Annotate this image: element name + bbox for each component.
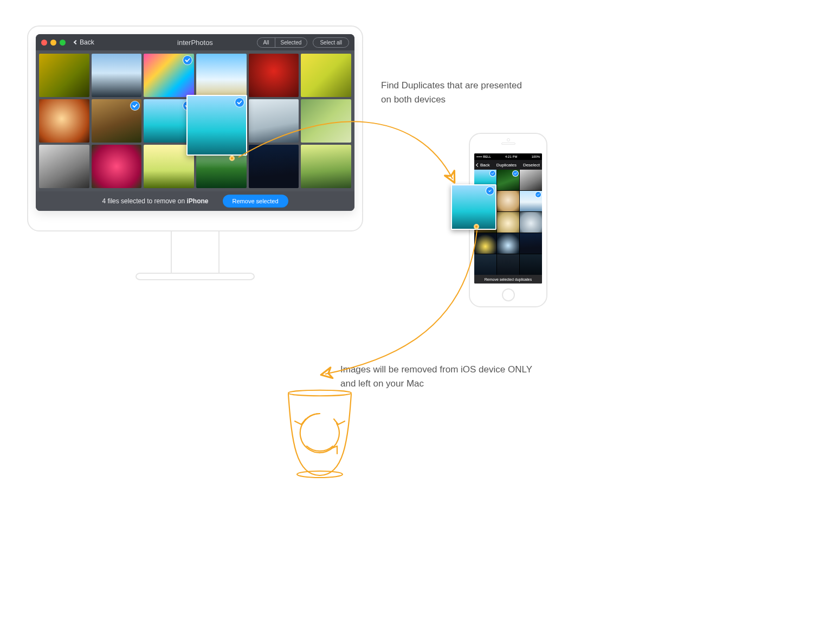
imac-screen: Back interPhotos All Selected Select all bbox=[27, 25, 363, 231]
back-label: Back bbox=[80, 38, 94, 46]
iphone-speaker-icon bbox=[501, 143, 515, 145]
remove-selected-button[interactable]: Remove selected bbox=[223, 195, 288, 208]
phone-footer-button[interactable]: Remove selected duplicates bbox=[474, 275, 542, 284]
photo-thumbnail[interactable] bbox=[249, 99, 299, 143]
photo-thumbnail[interactable] bbox=[520, 233, 542, 254]
filter-segmented[interactable]: All Selected bbox=[257, 37, 307, 48]
minimize-icon[interactable] bbox=[50, 40, 56, 46]
photo-thumbnail[interactable] bbox=[92, 54, 142, 97]
check-icon bbox=[183, 56, 192, 65]
trash-icon bbox=[282, 388, 358, 481]
photo-thumbnail[interactable] bbox=[92, 99, 142, 143]
photo-thumbnail[interactable] bbox=[144, 54, 194, 97]
zoom-icon[interactable] bbox=[60, 40, 66, 46]
window-controls bbox=[41, 40, 69, 46]
phone-highlighted-thumbnail[interactable] bbox=[451, 184, 496, 230]
photo-grid-container bbox=[36, 50, 354, 191]
footer-bar: 4 files selected to remove on iPhone Rem… bbox=[36, 191, 354, 211]
filter-all[interactable]: All bbox=[257, 38, 274, 47]
nav-back-label: Back bbox=[480, 163, 490, 168]
check-icon bbox=[486, 187, 494, 195]
check-icon bbox=[535, 192, 541, 197]
select-all-button[interactable]: Select all bbox=[313, 37, 349, 48]
svg-point-0 bbox=[297, 471, 343, 478]
check-icon bbox=[513, 171, 518, 176]
photo-thumbnail[interactable] bbox=[520, 254, 542, 275]
app-window: Back interPhotos All Selected Select all bbox=[36, 34, 354, 211]
nav-action[interactable]: Deselect bbox=[523, 163, 540, 168]
annotation-1: Find Duplicates that are presented on bo… bbox=[381, 79, 576, 107]
annotation-1-line1: Find Duplicates that are presented bbox=[381, 79, 576, 93]
photo-thumbnail[interactable] bbox=[497, 170, 519, 190]
photo-thumbnail[interactable] bbox=[497, 212, 519, 233]
annotation-2: Images will be removed from iOS device O… bbox=[340, 363, 568, 391]
status-bar: ••••• BELL 4:21 PM 100% bbox=[474, 153, 542, 160]
imac-stand-foot bbox=[136, 273, 255, 280]
status-carrier: ••••• BELL bbox=[476, 155, 491, 158]
annotation-1-line2: on both devices bbox=[381, 93, 576, 107]
photo-thumbnail[interactable] bbox=[301, 145, 351, 188]
photo-thumbnail[interactable] bbox=[520, 212, 542, 233]
photo-thumbnail[interactable] bbox=[249, 54, 299, 97]
status-battery: 100% bbox=[532, 155, 540, 158]
annotation-2-line1: Images will be removed from iOS device O… bbox=[340, 363, 568, 377]
status-prefix: 4 files selected to remove on bbox=[102, 197, 186, 205]
photo-thumbnail[interactable] bbox=[39, 54, 89, 97]
status-device: iPhone bbox=[187, 197, 209, 205]
photo-thumbnail[interactable] bbox=[249, 145, 299, 188]
home-button[interactable] bbox=[502, 288, 515, 301]
check-icon bbox=[490, 171, 495, 176]
photo-thumbnail[interactable] bbox=[497, 233, 519, 254]
status-text: 4 files selected to remove on iPhone bbox=[102, 197, 208, 205]
photo-thumbnail[interactable] bbox=[497, 191, 519, 211]
photo-thumbnail[interactable] bbox=[474, 233, 496, 254]
imac-device: Back interPhotos All Selected Select all bbox=[27, 25, 363, 280]
photo-thumbnail[interactable] bbox=[301, 99, 351, 143]
photo-thumbnail[interactable] bbox=[520, 191, 542, 211]
photo-thumbnail[interactable] bbox=[39, 145, 89, 188]
nav-title: Duplicates bbox=[496, 163, 517, 168]
nav-back-button[interactable]: Back bbox=[476, 163, 490, 168]
photo-thumbnail[interactable] bbox=[497, 254, 519, 275]
status-time: 4:21 PM bbox=[505, 155, 517, 158]
check-icon bbox=[235, 98, 244, 107]
nav-bar: Back Duplicates Deselect bbox=[474, 160, 542, 170]
chevron-left-icon bbox=[476, 163, 480, 166]
check-icon bbox=[131, 101, 139, 110]
photo-thumbnail[interactable] bbox=[520, 170, 542, 190]
filter-selected[interactable]: Selected bbox=[275, 38, 307, 47]
imac-stand-neck bbox=[171, 231, 220, 274]
photo-thumbnail[interactable] bbox=[474, 254, 496, 275]
iphone-device: ••••• BELL 4:21 PM 100% Back Duplicates … bbox=[469, 133, 547, 307]
titlebar: Back interPhotos All Selected Select all bbox=[36, 34, 354, 50]
photo-thumbnail[interactable] bbox=[92, 145, 142, 188]
back-button[interactable]: Back bbox=[74, 38, 94, 46]
close-icon[interactable] bbox=[41, 40, 47, 46]
chevron-left-icon bbox=[74, 40, 78, 44]
annotation-2-line2: and left on your Mac bbox=[340, 377, 568, 391]
photo-thumbnail[interactable] bbox=[301, 54, 351, 97]
iphone-camera-icon bbox=[507, 138, 510, 141]
photo-thumbnail[interactable] bbox=[39, 99, 89, 143]
photo-thumbnail[interactable] bbox=[196, 54, 247, 97]
highlighted-thumbnail[interactable] bbox=[186, 95, 247, 156]
